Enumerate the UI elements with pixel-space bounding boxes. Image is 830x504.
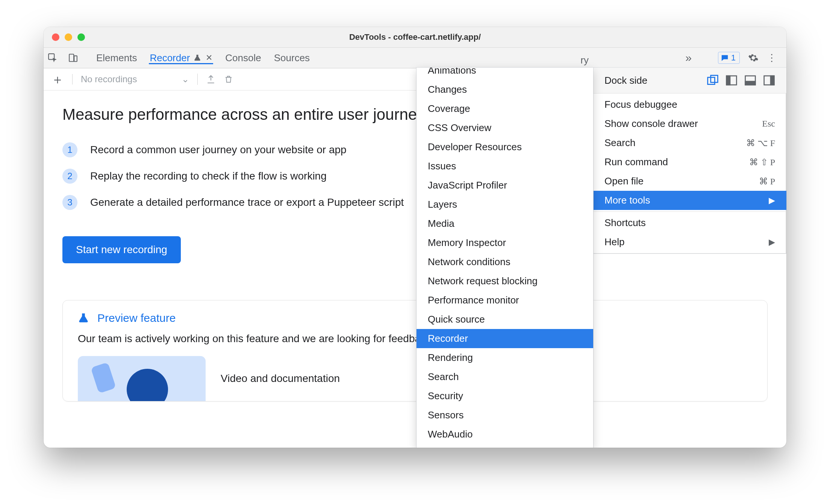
svg-rect-8 bbox=[745, 81, 756, 85]
menu-item-label: Focus debuggee bbox=[604, 99, 677, 110]
dock-right-icon[interactable] bbox=[763, 74, 775, 86]
menu-item-label: More tools bbox=[604, 195, 650, 206]
new-recording-icon[interactable]: ＋ bbox=[51, 73, 64, 86]
divider bbox=[197, 74, 198, 85]
maximize-window-button[interactable] bbox=[77, 33, 85, 41]
more-tools-item[interactable]: Sensors bbox=[417, 406, 593, 425]
menu-item-search[interactable]: Search ⌘ ⌥ F bbox=[593, 133, 786, 152]
more-tools-item[interactable]: Rendering bbox=[417, 348, 593, 367]
dock-bottom-icon[interactable] bbox=[744, 74, 756, 86]
delete-icon[interactable] bbox=[224, 74, 233, 84]
tab-overflow-peek: ry bbox=[374, 52, 591, 68]
step-text: Generate a detailed performance trace or… bbox=[90, 196, 404, 208]
more-tools-item[interactable]: JavaScript Profiler bbox=[417, 176, 593, 195]
dock-side-options bbox=[707, 74, 775, 86]
start-recording-button[interactable]: Start new recording bbox=[62, 236, 181, 263]
more-tools-item[interactable]: WebAuthn bbox=[417, 444, 593, 448]
close-window-button[interactable] bbox=[52, 33, 59, 41]
more-tools-item[interactable]: Quick source bbox=[417, 310, 593, 329]
main-menu-section: Focus debuggee Show console drawer Esc S… bbox=[593, 94, 786, 212]
menu-item-shortcut: Esc bbox=[762, 119, 775, 129]
settings-gear-icon[interactable] bbox=[748, 53, 759, 63]
dock-side-row: Dock side bbox=[593, 68, 786, 93]
tab-label: Console bbox=[225, 52, 261, 64]
more-tools-submenu: AnimationsChangesCoverageCSS OverviewDev… bbox=[417, 68, 593, 448]
issues-badge[interactable]: 1 bbox=[718, 52, 740, 64]
menu-item-more-tools[interactable]: More tools ▶ bbox=[593, 191, 786, 210]
step-number: 3 bbox=[62, 195, 77, 210]
menu-item-open-file[interactable]: Open file ⌘ P bbox=[593, 172, 786, 191]
card-media-row: Video and documentation bbox=[78, 356, 752, 401]
menu-item-shortcut: ⌘ ⌥ F bbox=[746, 138, 775, 148]
chat-icon bbox=[721, 54, 729, 62]
step-number: 1 bbox=[62, 142, 77, 157]
card-title: Preview feature bbox=[97, 312, 176, 324]
chevron-down-icon: ⌄ bbox=[182, 74, 189, 85]
devtools-tabstrip: Elements Recorder ✕ Console Sources ry » bbox=[44, 48, 786, 68]
recordings-dropdown[interactable]: No recordings ⌄ bbox=[72, 74, 189, 85]
more-tools-item[interactable]: WebAudio bbox=[417, 425, 593, 444]
inspect-element-icon[interactable] bbox=[47, 53, 58, 63]
submenu-arrow-icon: ▶ bbox=[769, 237, 775, 247]
menu-item-label: Show console drawer bbox=[604, 118, 698, 130]
menu-item-focus-debuggee[interactable]: Focus debuggee bbox=[593, 95, 786, 114]
more-tools-item[interactable]: Animations bbox=[417, 68, 593, 80]
more-tools-item[interactable]: Media bbox=[417, 214, 593, 233]
flask-icon bbox=[194, 54, 201, 62]
menu-item-label: Search bbox=[604, 137, 635, 149]
main-menu: Dock side Focus debuggee Show console dr… bbox=[593, 68, 786, 254]
menu-item-label: Run command bbox=[604, 156, 668, 168]
device-toolbar-icon[interactable] bbox=[68, 53, 78, 63]
minimize-window-button[interactable] bbox=[65, 33, 72, 41]
more-tools-item[interactable]: Issues bbox=[417, 157, 593, 176]
menu-item-help[interactable]: Help ▶ bbox=[593, 232, 786, 252]
svg-rect-2 bbox=[74, 56, 77, 62]
submenu-arrow-icon: ▶ bbox=[769, 196, 775, 205]
close-tab-icon[interactable]: ✕ bbox=[206, 53, 212, 63]
tab-label: Recorder bbox=[150, 52, 190, 64]
menu-item-shortcuts[interactable]: Shortcuts bbox=[593, 213, 786, 232]
more-tabs-icon[interactable]: » bbox=[685, 51, 692, 64]
tab-elements[interactable]: Elements bbox=[96, 52, 137, 64]
tab-recorder[interactable]: Recorder ✕ bbox=[150, 52, 212, 64]
svg-rect-6 bbox=[727, 76, 730, 85]
step-number: 2 bbox=[62, 169, 77, 184]
more-tools-item[interactable]: CSS Overview bbox=[417, 118, 593, 137]
svg-rect-1 bbox=[69, 54, 74, 62]
tab-label: Elements bbox=[96, 52, 137, 64]
more-tools-item[interactable]: Network request blocking bbox=[417, 272, 593, 291]
more-tools-item[interactable]: Recorder bbox=[417, 329, 593, 348]
more-tools-item[interactable]: Developer Resources bbox=[417, 137, 593, 157]
issues-count: 1 bbox=[731, 53, 736, 63]
dock-undock-icon[interactable] bbox=[707, 74, 719, 86]
flask-icon bbox=[78, 312, 89, 324]
dock-left-icon[interactable] bbox=[725, 74, 738, 86]
menu-item-label: Shortcuts bbox=[604, 217, 646, 229]
menu-item-label: Help bbox=[604, 236, 624, 248]
preview-feature-card: Preview feature Our team is actively wor… bbox=[62, 300, 768, 401]
more-tools-item[interactable]: Security bbox=[417, 386, 593, 406]
more-tools-item[interactable]: Search bbox=[417, 367, 593, 386]
menu-item-console-drawer[interactable]: Show console drawer Esc bbox=[593, 114, 786, 133]
menu-item-run-command[interactable]: Run command ⌘ ⇧ P bbox=[593, 152, 786, 172]
main-menu-button[interactable]: ⋮ bbox=[767, 53, 777, 63]
more-tools-item[interactable]: Memory Inspector bbox=[417, 233, 593, 252]
dock-side-label: Dock side bbox=[604, 75, 647, 86]
tab-sources[interactable]: Sources bbox=[274, 52, 310, 64]
main-menu-section: Shortcuts Help ▶ bbox=[593, 212, 786, 254]
tab-label: Sources bbox=[274, 52, 310, 64]
card-text: Our team is actively working on this fea… bbox=[78, 333, 752, 345]
tab-console[interactable]: Console bbox=[225, 52, 261, 64]
step-text: Replay the recording to check if the flo… bbox=[90, 170, 327, 182]
more-tools-item[interactable]: Coverage bbox=[417, 99, 593, 118]
more-tools-item[interactable]: Layers bbox=[417, 195, 593, 214]
step-text: Record a common user journey on your web… bbox=[90, 144, 347, 156]
titlebar: DevTools - coffee-cart.netlify.app/ bbox=[44, 27, 786, 48]
more-tools-item[interactable]: Network conditions bbox=[417, 252, 593, 272]
card-video-label: Video and documentation bbox=[221, 373, 340, 385]
card-illustration bbox=[78, 356, 206, 401]
more-tools-item[interactable]: Changes bbox=[417, 80, 593, 99]
card-title-row: Preview feature bbox=[78, 312, 752, 324]
export-icon[interactable] bbox=[206, 74, 216, 84]
more-tools-item[interactable]: Performance monitor bbox=[417, 291, 593, 310]
